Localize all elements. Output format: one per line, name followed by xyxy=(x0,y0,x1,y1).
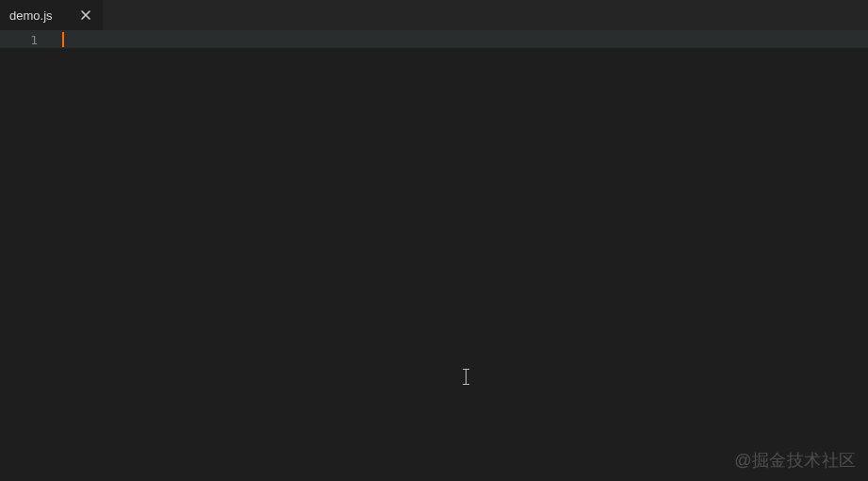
text-cursor xyxy=(62,32,64,47)
close-icon[interactable] xyxy=(78,8,93,23)
editor-area[interactable]: 1 xyxy=(0,30,868,481)
line-number-gutter: 1 xyxy=(0,30,55,481)
tab-bar: demo.js xyxy=(0,0,868,30)
tab-demo-js[interactable]: demo.js xyxy=(0,0,104,30)
code-content[interactable] xyxy=(62,30,868,481)
tab-label: demo.js xyxy=(9,8,53,23)
line-number: 1 xyxy=(0,31,38,49)
